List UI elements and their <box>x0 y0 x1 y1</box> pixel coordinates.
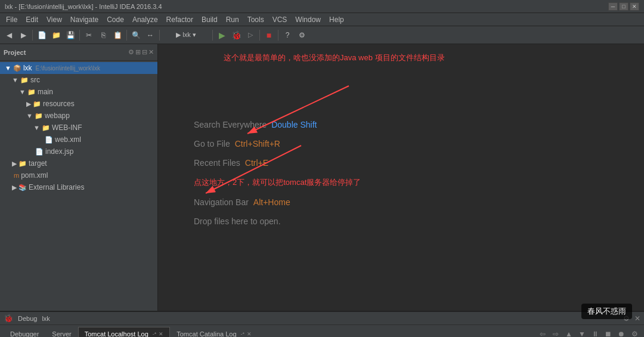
project-panel-icons: ⚙ ⊞ ⊟ ✕ <box>128 48 154 56</box>
menu-run[interactable]: Run <box>222 14 243 25</box>
menu-analyze[interactable]: Analyze <box>129 14 162 25</box>
catalina-tab-close[interactable]: ✕ <box>247 331 252 337</box>
debug-header-settings[interactable]: ⚙ <box>623 314 630 323</box>
toolbar-debug-btn[interactable]: 🐞 <box>230 29 243 42</box>
toolbar-paste[interactable]: 📋 <box>111 29 124 42</box>
tip-row-recent: Recent Files Ctrl+E <box>194 158 608 168</box>
tree-item-indexjsp[interactable]: 📄 index.jsp <box>0 146 157 157</box>
menu-navigate[interactable]: Navigate <box>67 14 102 25</box>
tree-item-pomxml[interactable]: m pom.xml <box>0 169 157 181</box>
toolbar-settings[interactable]: ⚙ <box>295 29 308 42</box>
tip-row-goto: Go to File Ctrl+Shift+R <box>194 139 608 149</box>
debug-tab-localhost-label: Tomcat Localhost Log <box>85 330 148 337</box>
folder-icon-webapp: 📁 <box>35 112 43 120</box>
tip-label-goto: Go to File <box>194 139 230 149</box>
toolbar-help[interactable]: ? <box>281 29 294 42</box>
annotation-middle: 点这地方，2下，就可以把tomcat服务器给停掉了 <box>194 177 361 188</box>
toolbar-coverage[interactable]: ▷ <box>244 29 257 42</box>
menu-refactor[interactable]: Refactor <box>163 14 197 25</box>
extlibs-icon: 📚 <box>18 184 27 191</box>
tree-label-webinf: WEB-INF <box>52 123 82 132</box>
toolbar-open[interactable]: 📁 <box>49 29 63 42</box>
toolbar-cut[interactable]: ✂ <box>82 29 95 42</box>
maximize-button[interactable]: □ <box>619 2 628 11</box>
minimize-button[interactable]: ─ <box>608 2 618 11</box>
tree-label-lxk: lxk <box>23 64 32 72</box>
tree-expand-target: ▶ <box>12 160 17 168</box>
tree-expand-webinf: ▼ <box>33 124 40 131</box>
tree-item-webxml[interactable]: 📄 web.xml <box>0 134 157 146</box>
tree-path-lxk: E:\fusion\intellij_work\lxk <box>36 65 100 72</box>
module-icon: 📦 <box>13 64 21 72</box>
catalina-tab-modified: -* <box>241 331 245 337</box>
tab-tool-8[interactable]: ⚙ <box>628 328 640 337</box>
toolbar-run-btn[interactable]: ▶ <box>215 29 228 42</box>
toolbar-new[interactable]: 📄 <box>35 29 48 42</box>
toolbar-search[interactable]: 🔍 <box>129 29 143 42</box>
toolbar-sep-3 <box>126 30 127 41</box>
localhost-tab-modified: -* <box>153 331 157 337</box>
jsp-icon-indexjsp: 📄 <box>35 148 44 156</box>
tab-tool-3[interactable]: ▲ <box>563 328 575 337</box>
tree-item-webapp[interactable]: ▼ 📁 webapp <box>0 110 157 122</box>
debug-tab-server[interactable]: Server <box>45 327 78 337</box>
tree-expand-icon: ▼ <box>5 64 11 72</box>
debug-tab-catalina-log[interactable]: Tomcat Catalina Log -* ✕ <box>170 327 258 337</box>
tree-item-src[interactable]: ▼ 📁 src <box>0 74 157 86</box>
menu-window[interactable]: Window <box>292 14 324 25</box>
menu-build[interactable]: Build <box>198 14 221 25</box>
tab-tool-4[interactable]: ▼ <box>576 328 588 337</box>
localhost-tab-close[interactable]: ✕ <box>159 331 163 337</box>
tree-item-webinf[interactable]: ▼ 📁 WEB-INF <box>0 122 157 134</box>
tree-item-extlibs[interactable]: ▶ 📚 External Libraries <box>0 181 157 193</box>
menu-tools[interactable]: Tools <box>244 14 268 25</box>
toolbar-copy[interactable]: ⎘ <box>97 29 110 42</box>
toolbar-stop-btn[interactable]: ■ <box>262 29 275 42</box>
tab-tool-1[interactable]: ⇦ <box>537 328 549 337</box>
panel-icon-collapse[interactable]: ⊟ <box>142 48 147 56</box>
debug-tab-server-label: Server <box>52 330 71 337</box>
tab-tool-5[interactable]: ⏸ <box>589 328 601 337</box>
tree-item-lxk[interactable]: ▼ 📦 lxk E:\fusion\intellij_work\lxk <box>0 62 157 74</box>
tree-item-resources[interactable]: ▶ 📁 resources <box>0 98 157 110</box>
tree-label-pomxml: pom.xml <box>21 171 48 180</box>
menu-vcs[interactable]: VCS <box>269 14 291 25</box>
tip-overlay: Search Everywhere Double Shift Go to Fil… <box>158 44 644 311</box>
panel-icon-settings[interactable]: ⚙ <box>128 48 134 56</box>
menu-file[interactable]: File <box>2 14 21 25</box>
debug-tabs: Debugger Server Tomcat Localhost Log -* … <box>0 325 644 337</box>
debug-header-label: Debug <box>18 315 37 322</box>
toolbar-forward[interactable]: ▶ <box>17 29 30 42</box>
menu-view[interactable]: View <box>43 14 66 25</box>
debug-header-icon: 🐞 <box>4 314 13 323</box>
debug-tab-localhost-log[interactable]: Tomcat Localhost Log -* ✕ <box>78 327 171 337</box>
tree-item-target[interactable]: ▶ 📁 target <box>0 157 157 169</box>
close-button[interactable]: ✕ <box>630 2 639 11</box>
project-panel: Project ⚙ ⊞ ⊟ ✕ ▼ 📦 lxk E:\fusion\intell… <box>0 44 158 311</box>
panel-icon-close[interactable]: ✕ <box>148 48 154 56</box>
tab-tool-2[interactable]: ⇨ <box>550 328 562 337</box>
tab-tool-6[interactable]: ⏹ <box>602 328 614 337</box>
folder-icon-webinf: 📁 <box>42 124 50 132</box>
tree-item-main[interactable]: ▼ 📁 main <box>0 86 157 98</box>
tab-tool-7[interactable]: ⏺ <box>615 328 627 337</box>
toolbar-back[interactable]: ◀ <box>2 29 16 42</box>
menu-code[interactable]: Code <box>103 14 128 25</box>
tree-expand-main: ▼ <box>19 88 26 95</box>
run-config-dropdown[interactable]: ▶ lxk ▾ <box>162 29 210 42</box>
tip-label-drop: Drop files here to open. <box>194 217 281 226</box>
tip-key-navbar: Alt+Home <box>253 197 290 207</box>
tree-expand-src: ▼ <box>12 76 18 84</box>
toolbar-replace[interactable]: ↔ <box>144 29 157 42</box>
menu-edit[interactable]: Edit <box>22 14 42 25</box>
toolbar-save[interactable]: 💾 <box>64 29 77 42</box>
tree-label-indexjsp: index.jsp <box>45 147 73 156</box>
debug-header-close[interactable]: ✕ <box>634 314 640 323</box>
panel-icon-expand[interactable]: ⊞ <box>135 48 141 56</box>
tree-label-target: target <box>29 159 47 168</box>
menu-help[interactable]: Help <box>326 14 348 25</box>
maven-icon-pomxml: m <box>14 172 19 179</box>
toolbar-sep-6 <box>259 30 260 41</box>
tree-label-src: src <box>30 76 40 84</box>
debug-tab-debugger[interactable]: Debugger <box>4 327 45 337</box>
